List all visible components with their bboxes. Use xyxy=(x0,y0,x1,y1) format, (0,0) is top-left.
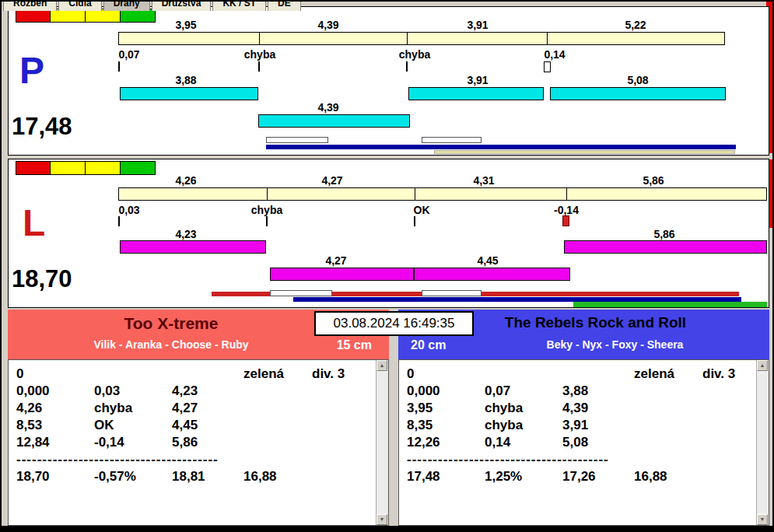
lane-total-time: 18,70 xyxy=(12,265,72,293)
gate-status-label: 0,03 xyxy=(90,204,168,216)
gate-status-label: chyba xyxy=(376,48,454,61)
table-cell xyxy=(562,366,634,383)
table-cell: 0 xyxy=(16,366,94,383)
results-table-left: 0zelenádiv. 30,0000,034,234,26chyba4,278… xyxy=(16,366,373,485)
table-cell: 12,26 xyxy=(407,434,485,451)
scrollbar[interactable]: ▲ ▼ xyxy=(756,360,769,525)
team-members: Vilik - Aranka - Choose - Ruby xyxy=(8,338,334,351)
tab-druzstva[interactable]: Družstva xyxy=(152,2,212,11)
table-cell: zelená xyxy=(243,366,312,383)
table-row: 0zelenádiv. 3 xyxy=(407,366,753,383)
split-bar xyxy=(258,114,410,128)
gate-tick xyxy=(118,216,120,226)
table-cell: 4,27 xyxy=(172,400,243,417)
table-cell: 5,86 xyxy=(172,434,243,451)
bar-time-label: 4,39 xyxy=(289,101,367,114)
table-cell: -0,57% xyxy=(94,468,172,485)
gate-status-label: chyba xyxy=(228,204,306,216)
table-cell: 4,39 xyxy=(562,400,634,417)
table-cell: 3,95 xyxy=(407,400,485,417)
table-row: 8,35chyba3,91 xyxy=(407,417,753,434)
gate-status-label: 0,14 xyxy=(516,48,594,61)
bar-time-label: 5,08 xyxy=(599,74,677,86)
team-name: The Rebels Rock and Roll xyxy=(422,314,769,331)
window-bottom-edge xyxy=(2,526,772,530)
table-cell xyxy=(312,434,373,451)
scale-divider xyxy=(415,188,415,200)
scroll-up-icon[interactable]: ▲ xyxy=(376,360,387,371)
table-cell: 4,45 xyxy=(172,417,243,434)
results-pane-right[interactable]: 0zelenádiv. 30,0000,073,883,95chyba4,398… xyxy=(398,359,769,526)
scroll-down-icon[interactable]: ▼ xyxy=(757,514,768,525)
table-cell: 4,23 xyxy=(172,383,243,400)
table-cell: 3,88 xyxy=(562,383,634,400)
table-cell xyxy=(702,383,753,400)
lane-letter: P xyxy=(19,52,44,89)
table-cell: 12,84 xyxy=(16,434,94,451)
table-cell xyxy=(634,417,702,434)
app-window: Rozběh Čidla Dráhy Družstva KK / ST DE 3… xyxy=(0,0,774,532)
table-cell: 0,000 xyxy=(16,383,94,400)
table-cell xyxy=(312,468,373,485)
table-row: 17,481,25%17,2616,88 xyxy=(407,468,753,485)
team-name: Too X-treme xyxy=(8,314,334,333)
bar-time-label: 3,88 xyxy=(147,74,225,86)
mini-outline-bar xyxy=(266,137,328,143)
table-cell: 0 xyxy=(407,366,485,383)
bar-time-label: 3,91 xyxy=(439,74,517,86)
split-bar xyxy=(550,87,726,100)
results-table-right: 0zelenádiv. 30,0000,073,883,95chyba4,398… xyxy=(407,366,753,485)
table-cell: 1,25% xyxy=(485,468,562,485)
table-row: 0,0000,073,88 xyxy=(407,383,753,400)
table-cell: 0,14 xyxy=(485,434,562,451)
mini-outline-bar xyxy=(422,290,482,296)
table-row: 12,260,145,08 xyxy=(407,434,753,451)
light-yellow-1 xyxy=(51,161,86,175)
table-cell: div. 3 xyxy=(702,366,753,383)
tab-rozbeh[interactable]: Rozběh xyxy=(3,2,57,11)
split-scale-bar xyxy=(118,187,767,201)
split-time-label: 4,27 xyxy=(293,174,371,187)
tab-cidla[interactable]: Čidla xyxy=(58,2,101,11)
tab-drahy[interactable]: Dráhy xyxy=(103,2,150,11)
scroll-down-icon[interactable]: ▼ xyxy=(376,514,387,525)
split-bar xyxy=(414,268,570,281)
table-cell xyxy=(243,383,312,400)
datetime-display: 03.08.2024 16:49:35 xyxy=(314,311,474,336)
tab-de[interactable]: DE xyxy=(268,2,301,11)
table-cell: zelená xyxy=(634,366,702,383)
table-cell xyxy=(243,400,312,417)
table-cell xyxy=(634,434,702,451)
scale-divider xyxy=(566,188,567,200)
tab-kk-st[interactable]: KK / ST xyxy=(212,2,266,11)
bar-time-label: 4,45 xyxy=(449,254,527,267)
light-red xyxy=(16,161,51,175)
table-cell: 0,03 xyxy=(94,383,172,400)
gate-tick xyxy=(258,61,260,72)
table-cell: div. 3 xyxy=(312,366,373,383)
mini-outline-bar xyxy=(270,290,332,296)
gate-status-label: chyba xyxy=(221,48,299,61)
split-time-label: 5,86 xyxy=(615,174,692,187)
light-green xyxy=(121,161,156,175)
gate-status-label: 0,07 xyxy=(90,48,168,61)
table-cell xyxy=(634,383,702,400)
scroll-up-icon[interactable]: ▲ xyxy=(757,360,768,371)
scale-divider xyxy=(407,33,408,44)
table-cell: 18,70 xyxy=(16,468,94,485)
table-cell: 0,000 xyxy=(407,383,485,400)
lane-letter: L xyxy=(23,205,45,242)
results-pane-left[interactable]: 0zelenádiv. 30,0000,034,234,26chyba4,278… xyxy=(8,359,389,526)
table-cell xyxy=(172,366,243,383)
table-cell xyxy=(702,434,753,451)
scrollbar[interactable]: ▲ ▼ xyxy=(376,360,388,525)
progress-bar-cream xyxy=(434,150,735,154)
gate-tick xyxy=(266,216,268,226)
tab-bar: Rozběh Čidla Dráhy Družstva KK / ST DE xyxy=(3,2,301,11)
scale-divider xyxy=(267,188,268,200)
gate-tick xyxy=(406,61,408,72)
table-cell xyxy=(94,366,172,383)
fault-marker xyxy=(562,215,569,226)
split-bar xyxy=(120,87,258,100)
table-row: 12,84-0,145,86 xyxy=(16,434,373,451)
